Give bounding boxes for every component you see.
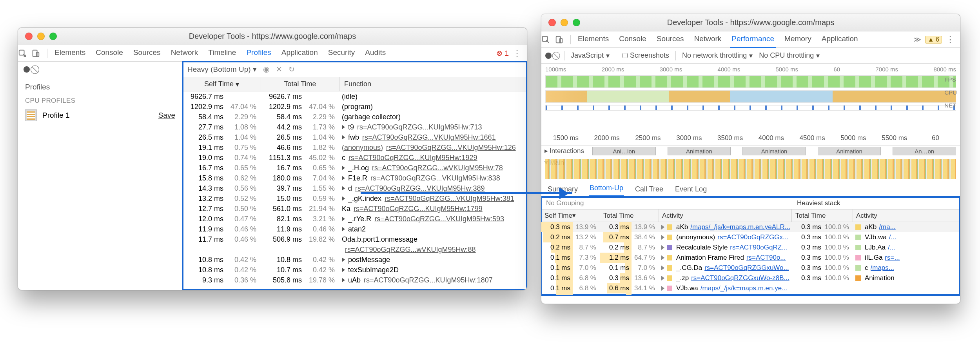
profile-item[interactable]: Profile 1 Save xyxy=(18,106,182,124)
source-link[interactable]: rs=ACT90oGqRZGG...wVKUIgM95Hw:88 xyxy=(345,246,527,254)
save-link[interactable]: Save xyxy=(158,111,175,120)
source-link[interactable]: /... xyxy=(888,244,960,251)
more-tabs-icon[interactable]: ≫ xyxy=(913,35,921,44)
source-link[interactable]: rs=ACT90oGqRZGG...VKUIgM95Hw:381 xyxy=(385,195,527,203)
table-row[interactable]: 0.3 ms100.0 %LJb.Aa/... xyxy=(792,242,960,253)
expand-icon[interactable] xyxy=(661,266,664,270)
screenshots-checkbox[interactable]: Screenshots xyxy=(622,51,669,60)
expand-icon[interactable] xyxy=(342,135,345,140)
minimize-icon[interactable] xyxy=(561,19,568,26)
source-link[interactable]: /maps... xyxy=(871,264,960,272)
table-row[interactable]: 10.8 ms0.42 %10.8 ms0.42 %postMessage xyxy=(183,255,527,265)
expand-icon[interactable] xyxy=(342,125,345,129)
close-icon[interactable] xyxy=(25,33,33,40)
table-row[interactable]: 11.9 ms0.46 %11.9 ms0.46 %atan2 xyxy=(183,224,527,234)
source-link[interactable]: rs=ACT90oGqRZGG...VKUIgM95Hw:389 xyxy=(355,184,527,193)
table-row[interactable]: 0.2 ms13.2 %0.7 ms38.4 %(anonymous)rs=AC… xyxy=(541,232,792,242)
kebab-icon[interactable]: ⋮ xyxy=(946,35,955,45)
kebab-icon[interactable]: ⋮ xyxy=(513,48,521,58)
table-row[interactable]: 0.1 ms7.3 %1.2 ms64.7 %Animation Frame F… xyxy=(541,253,792,263)
source-link[interactable]: /ma... xyxy=(879,223,960,231)
table-row[interactable]: 26.5 ms1.04 %26.5 ms1.04 %fwbrs=ACT90oGq… xyxy=(183,132,527,142)
expand-icon[interactable] xyxy=(342,186,345,191)
table-row[interactable]: rs=ACT90oGqRZGG...wVKUIgM95Hw:88 xyxy=(183,244,527,255)
table-row[interactable]: 11.7 ms0.46 %506.9 ms19.82 %Oda.b.port1.… xyxy=(183,234,527,244)
col-function[interactable]: Function xyxy=(339,77,527,91)
tab-elements[interactable]: Elements xyxy=(53,45,87,62)
source-link[interactable]: rs=ACT90oGqRZGG...VKUIgM95Hw:593 xyxy=(374,215,527,223)
expand-icon[interactable] xyxy=(342,176,345,180)
tab-elements[interactable]: Elements xyxy=(576,31,610,48)
tab-console[interactable]: Console xyxy=(617,31,648,48)
table-row[interactable]: 0.1 ms7.0 %0.1 ms7.0 %_.CG.Dars=ACT90oGq… xyxy=(541,263,792,273)
expand-icon[interactable] xyxy=(342,268,345,272)
scope-dropdown[interactable]: JavaScript ▾ xyxy=(571,51,610,60)
source-link[interactable]: rs=ACT90oGqRZGG...KUIgM95Hw:1799 xyxy=(354,205,527,213)
bottom-tab-call-tree[interactable]: Call Tree xyxy=(634,182,664,197)
source-link[interactable]: rs=ACT90oGqRZGGxuWo-z8B... xyxy=(691,274,792,282)
source-link[interactable]: /maps/_/js/k=maps.m.en.yeALR... xyxy=(690,223,792,231)
expand-icon[interactable] xyxy=(342,217,345,221)
col-total-time[interactable]: Total Time xyxy=(792,209,853,222)
close-icon[interactable]: ✕ xyxy=(276,65,282,74)
col-self-time[interactable]: Self Time ▾ xyxy=(541,209,600,222)
tab-security[interactable]: Security xyxy=(327,45,357,62)
expand-icon[interactable] xyxy=(661,225,664,229)
warning-badge[interactable]: ▲ 6 xyxy=(925,36,942,44)
col-total-time[interactable]: Total Time xyxy=(600,209,659,222)
table-row[interactable]: 12.7 ms0.50 %561.0 ms21.94 %Kars=ACT90oG… xyxy=(183,204,527,214)
interactions-track-label[interactable]: ▸ Interactions xyxy=(544,147,584,155)
expand-icon[interactable] xyxy=(661,255,664,260)
tab-network[interactable]: Network xyxy=(169,45,200,62)
source-link[interactable]: rs=ACT90oGqRZGG...VKUIgM95Hw:1661 xyxy=(362,133,527,142)
table-row[interactable]: 12.0 ms0.47 %82.1 ms3.21 %_.rYe.Rrs=ACT9… xyxy=(183,214,527,224)
eye-icon[interactable]: ◉ xyxy=(263,65,270,74)
source-link[interactable]: rs=ACT90oGqRZGG...VKUIgM95Hw:838 xyxy=(370,174,527,182)
source-link[interactable]: rs=ACT90oGqRZGGx... xyxy=(717,233,792,241)
table-row[interactable]: 16.7 ms0.65 %16.7 ms0.65 %_.H.ogrs=ACT90… xyxy=(183,163,527,173)
expand-icon[interactable] xyxy=(661,245,664,250)
maximize-icon[interactable] xyxy=(573,19,580,26)
refresh-icon[interactable]: ↻ xyxy=(289,65,295,74)
bottom-tab-bottom-up[interactable]: Bottom-Up xyxy=(589,181,624,197)
maximize-icon[interactable] xyxy=(49,33,57,40)
minimize-icon[interactable] xyxy=(37,33,45,40)
expand-icon[interactable] xyxy=(342,196,345,201)
source-link[interactable]: rs=ACT90oGqRZGGxuWo-z8BL... xyxy=(687,295,792,295)
source-link[interactable]: rs=ACT90oGqRZGGxuWo... xyxy=(704,264,792,272)
expand-icon[interactable] xyxy=(661,235,664,240)
cpu-throttle-dropdown[interactable]: No CPU throttling ▾ xyxy=(759,51,820,60)
source-link[interactable]: rs=ACT90oGqRZGG...wVKUIgM95Hw:78 xyxy=(372,164,527,172)
record-button[interactable] xyxy=(24,66,30,73)
flame-chart[interactable]: ▸ Interactions Ani…ion Animation Animati… xyxy=(541,146,960,181)
tab-console[interactable]: Console xyxy=(94,45,125,62)
table-row[interactable]: 0.3 ms100.0 %Animation xyxy=(792,273,960,283)
table-row[interactable]: 0.3 ms100.0 %VJb.wa/... xyxy=(792,232,960,242)
table-row[interactable]: 9.3 ms0.36 %505.8 ms19.78 %uAbrs=ACT90oG… xyxy=(183,275,527,285)
source-link[interactable]: rs=ACT90oGqRZGG...KUIgM95Hw:1807 xyxy=(364,276,527,284)
time-ruler[interactable]: 1500 ms2000 ms2500 ms3000 ms3500 ms4000 … xyxy=(541,130,960,146)
source-link[interactable]: /... xyxy=(889,233,960,241)
inspect-icon[interactable] xyxy=(541,35,555,44)
tab-sources[interactable]: Sources xyxy=(132,45,162,62)
table-row[interactable]: 0.3 ms100.0 %c/maps... xyxy=(792,263,960,273)
table-row[interactable]: 0.3 ms13.9 %0.3 ms13.9 %aKb/maps/_/js/k=… xyxy=(541,222,792,232)
tab-performance[interactable]: Performance xyxy=(730,31,776,48)
tab-profiles[interactable]: Profiles xyxy=(245,45,272,62)
col-activity[interactable]: Activity xyxy=(659,209,792,222)
source-link[interactable]: /maps/_/js/k=maps.m.en.ye... xyxy=(701,284,792,292)
table-row[interactable]: 58.4 ms2.29 %58.4 ms2.29 %(garbage colle… xyxy=(183,112,527,122)
record-button[interactable] xyxy=(545,53,552,59)
table-row[interactable]: 19.1 ms0.75 %46.6 ms1.82 %(anonymous)rs=… xyxy=(183,142,527,153)
grouping-dropdown[interactable]: No Grouping xyxy=(541,197,792,209)
table-row[interactable]: 0.1 ms6.8 %0.3 ms13.6 %_.zprs=ACT90oGqRZ… xyxy=(541,273,792,283)
tab-timeline[interactable]: Timeline xyxy=(207,45,238,62)
expand-icon[interactable] xyxy=(661,286,664,291)
source-link[interactable]: rs=ACT90o... xyxy=(746,254,792,262)
table-row[interactable]: 19.0 ms0.74 %1151.3 ms45.02 %crs=ACT90oG… xyxy=(183,153,527,163)
table-row[interactable]: 0.1 ms6.8 %0.1 ms6.8 %_.jirs=ACT90oGqRZG… xyxy=(541,293,792,295)
tab-sources[interactable]: Sources xyxy=(655,31,686,48)
tab-network[interactable]: Network xyxy=(693,31,723,48)
tab-audits[interactable]: Audits xyxy=(363,45,387,62)
device-toggle-icon[interactable] xyxy=(31,49,45,58)
